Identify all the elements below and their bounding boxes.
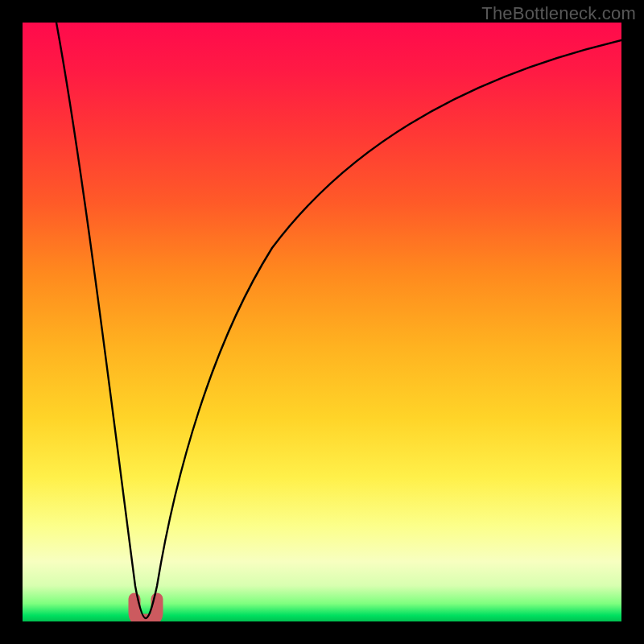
chart-frame: TheBottleneck.com	[0, 0, 644, 644]
watermark-text: TheBottleneck.com	[481, 3, 636, 24]
bottleneck-curve	[56, 23, 621, 618]
plot-area	[23, 23, 621, 621]
curve-layer	[23, 23, 621, 621]
